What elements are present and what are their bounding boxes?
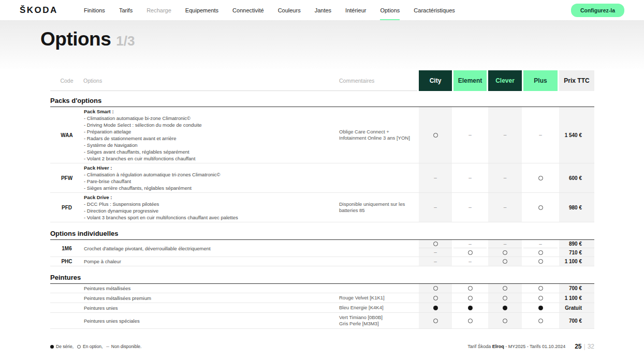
option-pack-title: Pack Smart : xyxy=(84,108,335,115)
option-item: - Volant 2 branches en cuir multifonctio… xyxy=(84,155,335,162)
availability-cell xyxy=(452,313,487,328)
row-options: Crochet d'attelage pivotant, déverrouill… xyxy=(83,240,339,257)
row-comment xyxy=(339,163,417,192)
availability-cell xyxy=(522,193,558,222)
model-name: Elroq xyxy=(492,344,504,349)
option-item: - Direction dynamique progressive xyxy=(84,207,335,214)
availability-subrow: – xyxy=(523,240,558,248)
legend-label: De série, xyxy=(56,344,74,349)
option-label: Pompe à chaleur xyxy=(84,258,121,265)
price-cell: 1 100 € xyxy=(558,257,594,266)
comment-line: Rouge Velvet [K1K1] xyxy=(339,295,412,301)
option-label: Peintures unies spéciales xyxy=(84,318,140,324)
availability-subrow xyxy=(453,248,487,257)
option-item: - Sièges arrière chauffants, réglables s… xyxy=(84,185,335,191)
option-circle xyxy=(77,345,81,349)
col-header-trim-element: Element xyxy=(452,70,487,91)
availability-subrow xyxy=(419,240,452,248)
option-circle xyxy=(468,296,473,300)
option-label: Crochet d'attelage pivotant, déverrouill… xyxy=(84,245,211,252)
not-available-dash: – xyxy=(434,205,437,210)
table-row: Peintures métallisées700 € xyxy=(50,284,594,293)
row-code xyxy=(50,303,83,312)
section-options-individuelles: Options individuelles1M6Crochet d'attela… xyxy=(50,229,594,266)
option-circle xyxy=(468,286,473,291)
option-circle xyxy=(503,319,507,323)
col-header-trim-plus: Plus xyxy=(522,70,558,91)
row-comment: Bleu Energie [K4K4] xyxy=(339,303,417,312)
row-comment: Oblige Care Connect + Infotainment Onlin… xyxy=(339,107,417,163)
options-table: CodeOptionsCommentairesCityElementClever… xyxy=(50,70,594,329)
section-peintures: PeinturesPeintures métallisées700 €Peint… xyxy=(50,273,594,329)
section-title: Packs d'options xyxy=(50,96,594,107)
comment-line: Gris Perle [M3M3] xyxy=(339,321,412,327)
availability-cell xyxy=(452,293,487,303)
nav-item-options[interactable]: Options xyxy=(380,0,400,20)
page-number-separator: | xyxy=(584,343,586,350)
nav-item-couleurs[interactable]: Couleurs xyxy=(278,0,301,20)
price-subrow: 890 € xyxy=(559,240,594,248)
availability-cell xyxy=(522,284,558,293)
table-row: 1M6Crochet d'attelage pivotant, déverrou… xyxy=(50,240,594,257)
row-code: 1M6 xyxy=(50,240,83,257)
not-available-dash: – xyxy=(106,344,109,349)
section-title: Options individuelles xyxy=(50,229,594,240)
availability-cell xyxy=(417,293,452,303)
table-header: CodeOptionsCommentairesCityElementClever… xyxy=(50,70,594,91)
not-available-dash: – xyxy=(434,250,437,255)
comment-line: Disponible uniquement sur les batteries … xyxy=(339,201,412,214)
option-label: Peintures unies xyxy=(84,305,118,311)
standard-dot xyxy=(538,306,543,310)
row-options: Peintures unies xyxy=(83,303,339,312)
legend-label: En option, xyxy=(83,344,103,349)
availability-cell xyxy=(417,284,452,293)
nav-item-caracteristiques[interactable]: Caractéristiques xyxy=(414,0,455,20)
row-comment xyxy=(339,257,417,266)
nav-item-finitions[interactable]: Finitions xyxy=(84,0,105,20)
price-cell: 980 € xyxy=(558,193,594,222)
col-header-prix-ttc: Prix TTC xyxy=(558,70,594,91)
row-options: Peintures unies spéciales xyxy=(83,313,339,328)
availability-cell xyxy=(487,284,522,293)
availability-cell: – xyxy=(417,193,452,222)
legend-item-non-disponible: –Non disponible. xyxy=(106,344,141,349)
row-code: PFW xyxy=(50,163,83,192)
option-item: - Climatisation automatique bi-zone Clim… xyxy=(84,115,335,122)
nav-item-recharge[interactable]: Recharge xyxy=(147,0,171,20)
current-page: 25 xyxy=(575,343,581,350)
availability-cell: – xyxy=(417,240,452,257)
nav-item-connectivite[interactable]: Connectivité xyxy=(232,0,264,20)
nav-item-interieur[interactable]: Intérieur xyxy=(345,0,366,20)
skoda-logo: ŠKODA xyxy=(20,5,58,16)
availability-cell: – xyxy=(452,107,487,163)
option-circle xyxy=(503,250,507,255)
availability-cell xyxy=(417,107,452,163)
option-circle xyxy=(503,296,507,300)
col-header-commentaires: Commentaires xyxy=(339,70,417,91)
configure-button[interactable]: Configurez-la xyxy=(571,4,624,17)
legend: De série,En option,–Non disponible. xyxy=(50,344,141,349)
row-comment: Disponible uniquement sur les batteries … xyxy=(339,193,417,222)
nav-item-equipements[interactable]: Equipements xyxy=(185,0,218,20)
col-header-trim-city: City xyxy=(417,70,452,91)
legend-item-de-serie: De série, xyxy=(50,344,74,349)
option-circle xyxy=(433,319,438,323)
nav-item-tarifs[interactable]: Tarifs xyxy=(119,0,133,20)
col-header-code: Code xyxy=(50,70,83,91)
row-comment: Vert Timiano [0B0B]Gris Perle [M3M3] xyxy=(339,313,417,328)
option-circle xyxy=(538,319,543,323)
availability-cell xyxy=(417,313,452,328)
option-pack-title: Pack Hiver : xyxy=(84,164,335,171)
table-sections: Packs d'optionsWAAPack Smart :- Climatis… xyxy=(50,96,594,329)
nav-item-jantes[interactable]: Jantes xyxy=(315,0,331,20)
col-header-options: Options xyxy=(83,70,339,91)
page-title: Options xyxy=(40,28,111,50)
option-label: Peintures métallisées xyxy=(84,285,130,292)
availability-cell: – xyxy=(522,240,558,257)
price-cell: 600 € xyxy=(558,163,594,192)
not-available-dash: – xyxy=(469,205,472,210)
document-title: Tarif Škoda Elroq - MY2025 - Tarifs 01.1… xyxy=(467,344,565,349)
availability-cell: – xyxy=(452,240,487,257)
availability-subrow: – xyxy=(419,248,452,257)
row-options: Pack Drive :- DCC Plus : Suspensions pil… xyxy=(83,193,339,222)
